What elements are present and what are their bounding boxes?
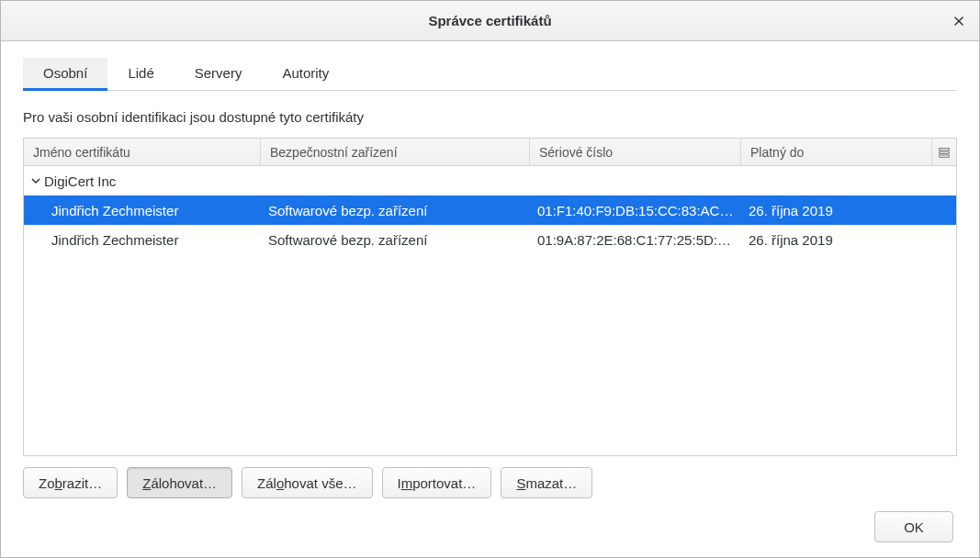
window-title: Správce certifikátů	[428, 13, 551, 28]
tab-label: Servery	[195, 65, 242, 81]
close-button[interactable]	[944, 6, 974, 36]
cell-name: Jindřich Zechmeister	[24, 203, 261, 218]
action-button-row: Zobrazit… Zálohovat… Zálohovat vše… Impo…	[23, 467, 957, 498]
cell-valid: 26. října 2019	[741, 232, 956, 248]
certificate-manager-window: Správce certifikátů Osobní Lidé Servery …	[0, 0, 980, 558]
cell-device: Softwarové bezp. zařízení	[261, 232, 530, 248]
table-row[interactable]: Jindřich Zechmeister Softwarové bezp. za…	[24, 225, 956, 254]
backup-button[interactable]: Zálohovat…	[127, 467, 232, 498]
cell-name: Jindřich Zechmeister	[24, 232, 261, 248]
svg-rect-0	[940, 148, 950, 150]
column-picker-button[interactable]	[932, 139, 956, 165]
tab-description: Pro vaši osobní identifikaci jsou dostup…	[23, 109, 957, 125]
column-header-name[interactable]: Jméno certifikátu	[24, 139, 261, 165]
tab-people[interactable]: Lidé	[107, 58, 174, 90]
close-icon	[952, 15, 965, 28]
chevron-down-icon	[29, 176, 42, 185]
content-area: Osobní Lidé Servery Autority Pro vaši os…	[1, 41, 979, 557]
import-button[interactable]: Importovat…	[382, 467, 492, 498]
delete-button[interactable]: Smazat…	[501, 467, 592, 498]
titlebar: Správce certifikátů	[1, 1, 979, 41]
cell-serial: 01:F1:40:F9:DB:15:CC:83:AC…	[530, 203, 741, 218]
svg-rect-2	[940, 155, 950, 157]
group-label: DigiCert Inc	[44, 173, 116, 189]
tab-label: Autority	[282, 65, 329, 81]
ok-button[interactable]: OK	[874, 511, 953, 542]
tab-personal[interactable]: Osobní	[23, 58, 107, 90]
column-header-valid[interactable]: Platný do	[741, 139, 932, 165]
view-button[interactable]: Zobrazit…	[23, 467, 118, 498]
dialog-ok-row: OK	[23, 511, 957, 542]
backup-all-button[interactable]: Zálohovat vše…	[242, 467, 372, 498]
cell-valid: 26. října 2019	[741, 203, 956, 218]
column-picker-icon	[939, 147, 950, 158]
cell-serial: 01:9A:87:2E:68:C1:77:25:5D:…	[530, 232, 741, 248]
svg-rect-1	[940, 151, 950, 153]
column-header-device[interactable]: Bezpečnostní zařízení	[261, 139, 530, 165]
table-body: DigiCert Inc Jindřich Zechmeister Softwa…	[24, 166, 956, 455]
cell-device: Softwarové bezp. zařízení	[261, 203, 530, 218]
tab-servers[interactable]: Servery	[175, 58, 263, 90]
tab-authorities[interactable]: Autority	[262, 58, 349, 90]
tab-label: Lidé	[128, 65, 153, 81]
tab-label: Osobní	[43, 65, 87, 81]
certificate-table: Jméno certifikátu Bezpečnostní zařízení …	[23, 138, 957, 456]
tab-bar: Osobní Lidé Servery Autority	[23, 58, 957, 91]
table-row[interactable]: Jindřich Zechmeister Softwarové bezp. za…	[24, 195, 956, 225]
table-header: Jméno certifikátu Bezpečnostní zařízení …	[24, 139, 956, 166]
column-header-serial[interactable]: Sériové číslo	[530, 139, 741, 165]
group-row[interactable]: DigiCert Inc	[24, 166, 956, 195]
